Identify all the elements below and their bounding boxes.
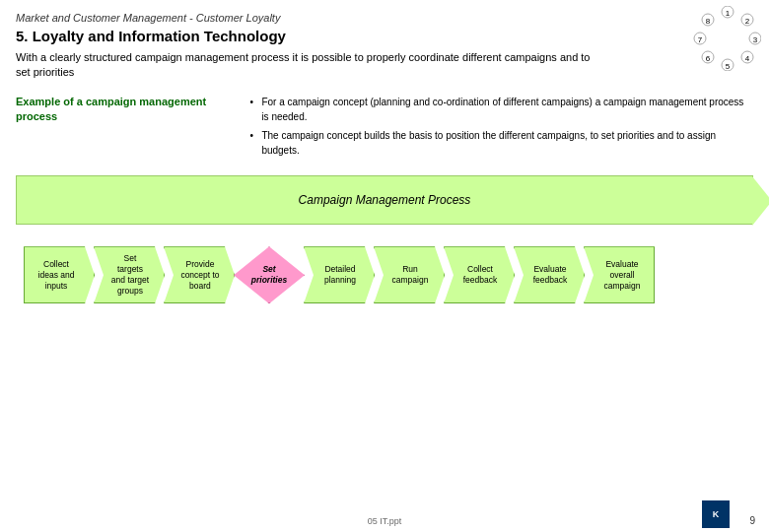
svg-text:3: 3 (753, 35, 758, 44)
step-4-label: Setpriorities (251, 264, 287, 286)
campaign-banner-text: Campaign Management Process (299, 193, 471, 207)
page-number: 9 (749, 515, 755, 526)
bullet-points: For a campaign concept (planning and co-… (249, 95, 753, 162)
process-step-8: Evaluatefeedback (514, 246, 585, 303)
process-step-2: Set targetsand targetgroups (94, 246, 165, 303)
step-7-label: Collectfeedback (463, 264, 498, 286)
step-1-label: Collectideas andinputs (38, 259, 75, 292)
process-step-7: Collectfeedback (444, 246, 515, 303)
page: 1 2 3 4 5 6 7 8 Market and Customer Mana… (0, 0, 769, 532)
logo-text: K (713, 509, 720, 519)
campaign-banner: Campaign Management Process (16, 175, 753, 225)
subtitle: With a clearly structured campaign manag… (16, 50, 607, 81)
process-step-3: Provideconcept toboard (164, 246, 235, 303)
circle-diagram: 1 2 3 4 5 6 7 8 (686, 6, 761, 75)
svg-text:5: 5 (726, 62, 731, 71)
step-8-label: Evaluatefeedback (533, 264, 568, 286)
step-6-label: Runcampaign (392, 264, 429, 286)
svg-text:8: 8 (706, 17, 711, 26)
svg-text:2: 2 (745, 17, 750, 26)
step-2-label: Set targetsand targetgroups (110, 253, 150, 297)
svg-text:1: 1 (726, 9, 731, 18)
step-3-label: Provideconcept toboard (180, 259, 219, 292)
bullet-1: For a campaign concept (planning and co-… (249, 95, 753, 124)
process-step-9: Evaluateoverallcampaign (584, 246, 655, 303)
bullet-2: The campaign concept builds the basis to… (249, 128, 753, 158)
process-flow: Collectideas andinputs Set targetsand ta… (24, 238, 745, 312)
breadcrumb: Market and Customer Management - Custome… (16, 12, 753, 24)
step-5-label: Detailedplanning (324, 264, 356, 286)
example-section: Example of a campaign management process… (16, 95, 753, 162)
step-9-label: Evaluateoverallcampaign (604, 259, 641, 292)
process-step-6: Runcampaign (374, 246, 445, 303)
footer-file: 05 IT.ppt (368, 516, 402, 526)
example-label: Example of a campaign management process (16, 95, 234, 125)
svg-text:6: 6 (706, 54, 711, 63)
logo: K (702, 500, 730, 528)
process-step-4: Setpriorities (234, 246, 305, 303)
process-step-1: Collectideas andinputs (24, 246, 95, 303)
svg-text:7: 7 (698, 35, 703, 44)
svg-text:4: 4 (745, 54, 750, 63)
page-title: 5. Loyalty and Information Technology (16, 28, 753, 44)
process-step-5: Detailedplanning (304, 246, 375, 303)
footer: 05 IT.ppt (0, 516, 769, 526)
